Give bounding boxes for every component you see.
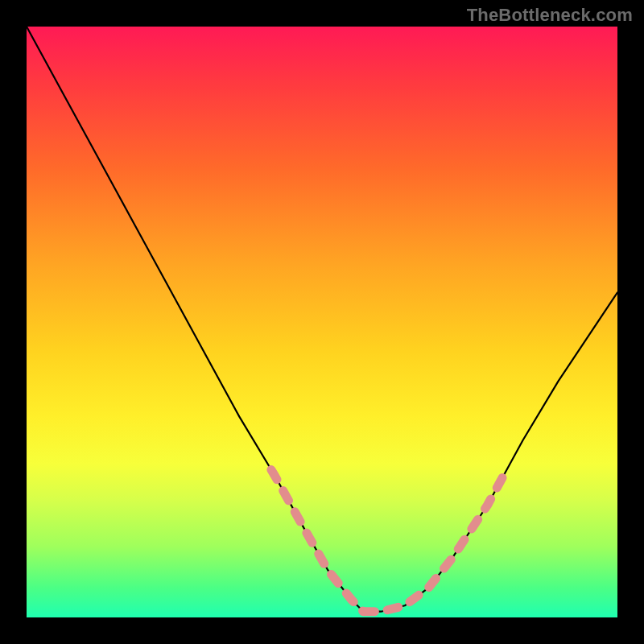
curve-layer: [27, 27, 617, 617]
chart-frame: TheBottleneck.com: [0, 0, 644, 644]
highlight-left: [271, 470, 364, 612]
watermark-text: TheBottleneck.com: [467, 5, 633, 26]
curve-left: [27, 27, 363, 612]
highlight-right: [363, 470, 506, 612]
plot-area: [27, 27, 617, 617]
curve-right: [363, 292, 617, 611]
